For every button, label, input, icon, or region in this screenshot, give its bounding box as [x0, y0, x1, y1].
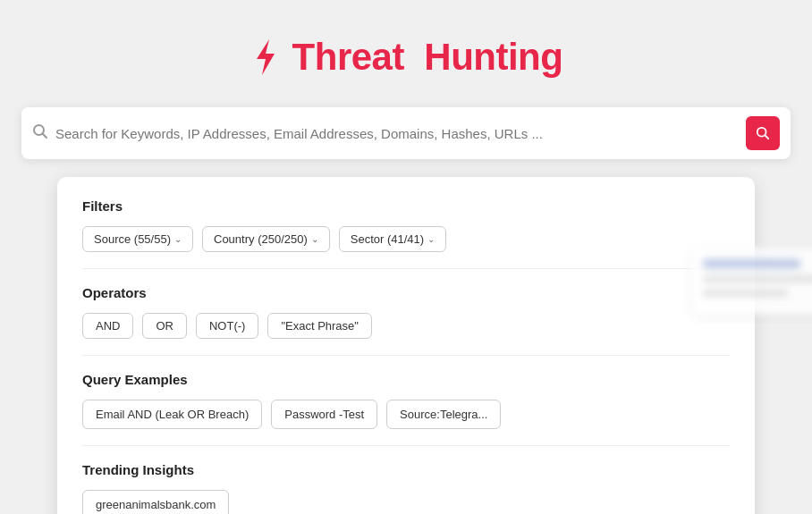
svg-marker-0	[257, 39, 275, 75]
source-filter-chip[interactable]: Source (55/55) ⌄	[82, 226, 193, 252]
bolt-icon	[250, 38, 282, 77]
search-button[interactable]	[746, 116, 780, 150]
or-operator[interactable]: OR	[142, 313, 187, 339]
svg-line-4	[765, 135, 768, 139]
app-title: Threat Hunting	[292, 36, 563, 79]
filters-label: Filters	[82, 198, 730, 214]
operators-chips-row: AND OR NOT(-) "Exact Phrase"	[82, 313, 730, 339]
query-chip-0[interactable]: Email AND (Leak OR Breach)	[82, 400, 262, 429]
side-card	[692, 249, 812, 315]
query-chip-2[interactable]: Source:Telegra...	[386, 400, 501, 429]
exact-phrase-operator[interactable]: "Exact Phrase"	[267, 313, 372, 339]
title-black: Threat	[292, 36, 404, 78]
not-operator[interactable]: NOT(-)	[196, 313, 258, 339]
trending-chip-0[interactable]: greenanimalsbank.com	[82, 490, 229, 514]
chevron-down-icon: ⌄	[174, 234, 182, 244]
trending-insights-label: Trending Insights	[82, 462, 730, 477]
search-bar	[21, 107, 791, 159]
operators-section: Operators AND OR NOT(-) "Exact Phrase"	[82, 285, 730, 339]
divider-2	[82, 355, 730, 356]
sector-filter-chip[interactable]: Sector (41/41) ⌄	[339, 226, 446, 252]
divider-1	[82, 268, 730, 269]
trending-chips-row: greenanimalsbank.com	[82, 490, 730, 514]
search-icon	[32, 123, 48, 144]
title-red: Hunting	[424, 36, 562, 78]
and-operator[interactable]: AND	[82, 313, 133, 339]
divider-3	[82, 445, 730, 446]
query-chips-row: Email AND (Leak OR Breach) Password -Tes…	[82, 400, 730, 429]
query-examples-section: Query Examples Email AND (Leak OR Breach…	[82, 372, 730, 429]
trending-insights-section: Trending Insights greenanimalsbank.com	[82, 462, 730, 514]
country-filter-chip[interactable]: Country (250/250) ⌄	[202, 226, 330, 252]
filter-chips-row: Source (55/55) ⌄ Country (250/250) ⌄ Sec…	[82, 226, 730, 252]
dropdown-panel: Filters Source (55/55) ⌄ Country (250/25…	[57, 177, 755, 514]
query-examples-label: Query Examples	[82, 372, 730, 387]
app-header: Threat Hunting	[250, 36, 563, 79]
search-input[interactable]	[55, 126, 739, 141]
query-chip-1[interactable]: Password -Test	[271, 400, 377, 429]
operators-label: Operators	[82, 285, 730, 300]
svg-line-2	[43, 133, 47, 138]
chevron-down-icon: ⌄	[311, 234, 318, 244]
chevron-down-icon: ⌄	[427, 234, 435, 244]
filters-section: Filters Source (55/55) ⌄ Country (250/25…	[82, 198, 730, 252]
